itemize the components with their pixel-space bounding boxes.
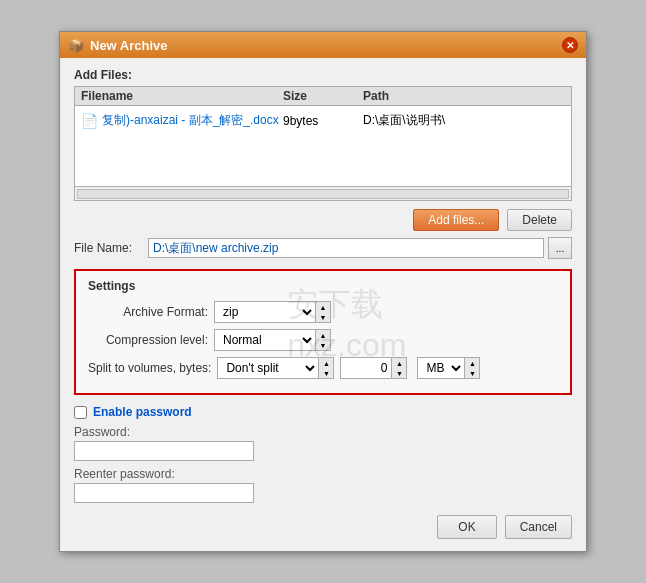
split-number-wrap: ▲ ▼: [340, 357, 407, 379]
title-bar: 📦 New Archive ✕: [60, 32, 586, 58]
watermark: 安下载nxz.com: [287, 283, 406, 364]
split-volumes-label: Split to volumes, bytes:: [88, 361, 211, 375]
file-name-text: 复制)-anxaizai - 副本_解密_.docx: [102, 112, 279, 129]
split-number-down[interactable]: ▼: [392, 368, 406, 378]
compression-level-row: Compression level: Store Fastest Fast No…: [88, 329, 558, 351]
reenter-password-label: Reenter password:: [74, 467, 572, 481]
password-group: Password:: [74, 425, 572, 461]
filename-row: File Name: ...: [74, 237, 572, 259]
file-table-body: 📄 复制)-anxaizai - 副本_解密_.docx 9bytes D:\桌…: [75, 106, 571, 186]
enable-password-row: Enable password: [74, 405, 572, 419]
file-name-label: File Name:: [74, 241, 144, 255]
split-up[interactable]: ▲: [319, 358, 333, 368]
window-content: Add Files: Filename Size Path 📄 复制)-anxa…: [60, 58, 586, 551]
enable-password-checkbox[interactable]: [74, 406, 87, 419]
file-size-cell: 9bytes: [283, 114, 363, 128]
new-archive-window: 📦 New Archive ✕ Add Files: Filename Size…: [59, 31, 587, 552]
archive-format-row: Archive Format: zip 7z tar gz ▲ ▼: [88, 301, 558, 323]
ok-button[interactable]: OK: [437, 515, 496, 539]
split-unit-wrap: B KB MB GB ▲ ▼: [417, 357, 480, 379]
split-unit-spinner: ▲ ▼: [464, 358, 479, 378]
split-number-input[interactable]: [341, 359, 391, 377]
col-path: Path: [363, 89, 565, 103]
scrollbar-track: [77, 189, 569, 199]
enable-password-label: Enable password: [93, 405, 192, 419]
archive-format-up[interactable]: ▲: [316, 302, 330, 312]
footer-row: OK Cancel: [74, 509, 572, 541]
add-files-label: Add Files:: [74, 68, 572, 82]
file-table-header: Filename Size Path: [75, 87, 571, 106]
split-down[interactable]: ▼: [319, 368, 333, 378]
split-spinner: ▲ ▼: [318, 358, 333, 378]
settings-title: Settings: [88, 279, 558, 293]
file-name-cell: 📄 复制)-anxaizai - 副本_解密_.docx: [81, 112, 283, 129]
password-label: Password:: [74, 425, 572, 439]
window-icon: 📦: [68, 38, 84, 53]
filename-input[interactable]: [148, 238, 544, 258]
split-volumes-row: Split to volumes, bytes: Don't split 1 M…: [88, 357, 558, 379]
horizontal-scrollbar[interactable]: [75, 186, 571, 200]
file-path-cell: D:\桌面\说明书\: [363, 112, 565, 129]
table-row[interactable]: 📄 复制)-anxaizai - 副本_解密_.docx 9bytes D:\桌…: [81, 110, 565, 131]
split-number-spinner: ▲ ▼: [391, 358, 406, 378]
compression-level-select[interactable]: Store Fastest Fast Normal Maximum Ultra: [215, 330, 315, 350]
browse-button[interactable]: ...: [548, 237, 572, 259]
file-table-container: Filename Size Path 📄 复制)-anxaizai - 副本_解…: [74, 86, 572, 201]
compression-level-label: Compression level:: [88, 333, 208, 347]
compression-level-down[interactable]: ▼: [316, 340, 330, 350]
compression-level-up[interactable]: ▲: [316, 330, 330, 340]
col-size: Size: [283, 89, 363, 103]
split-number-up[interactable]: ▲: [392, 358, 406, 368]
split-select[interactable]: Don't split 1 MB 10 MB 100 MB 700 MB 1 G…: [218, 358, 318, 378]
title-bar-left: 📦 New Archive: [68, 38, 168, 53]
reenter-password-group: Reenter password:: [74, 467, 572, 503]
archive-format-label: Archive Format:: [88, 305, 208, 319]
password-input[interactable]: [74, 441, 254, 461]
archive-format-spinner: ▲ ▼: [315, 302, 330, 322]
settings-box: Settings Archive Format: zip 7z tar gz ▲…: [74, 269, 572, 395]
delete-button[interactable]: Delete: [507, 209, 572, 231]
file-type-icon: 📄: [81, 113, 98, 129]
reenter-password-input[interactable]: [74, 483, 254, 503]
compression-level-spinner: ▲ ▼: [315, 330, 330, 350]
window-title: New Archive: [90, 38, 168, 53]
col-filename: Filename: [81, 89, 283, 103]
split-unit-down[interactable]: ▼: [465, 368, 479, 378]
action-row: Add files... Delete: [74, 209, 572, 231]
split-select-wrap: Don't split 1 MB 10 MB 100 MB 700 MB 1 G…: [217, 357, 334, 379]
split-unit-select[interactable]: B KB MB GB: [418, 358, 464, 378]
close-button[interactable]: ✕: [562, 37, 578, 53]
archive-format-select-wrap: zip 7z tar gz ▲ ▼: [214, 301, 331, 323]
add-files-button[interactable]: Add files...: [413, 209, 499, 231]
archive-format-down[interactable]: ▼: [316, 312, 330, 322]
compression-level-select-wrap: Store Fastest Fast Normal Maximum Ultra …: [214, 329, 331, 351]
archive-format-select[interactable]: zip 7z tar gz: [215, 302, 315, 322]
cancel-button[interactable]: Cancel: [505, 515, 572, 539]
split-unit-up[interactable]: ▲: [465, 358, 479, 368]
